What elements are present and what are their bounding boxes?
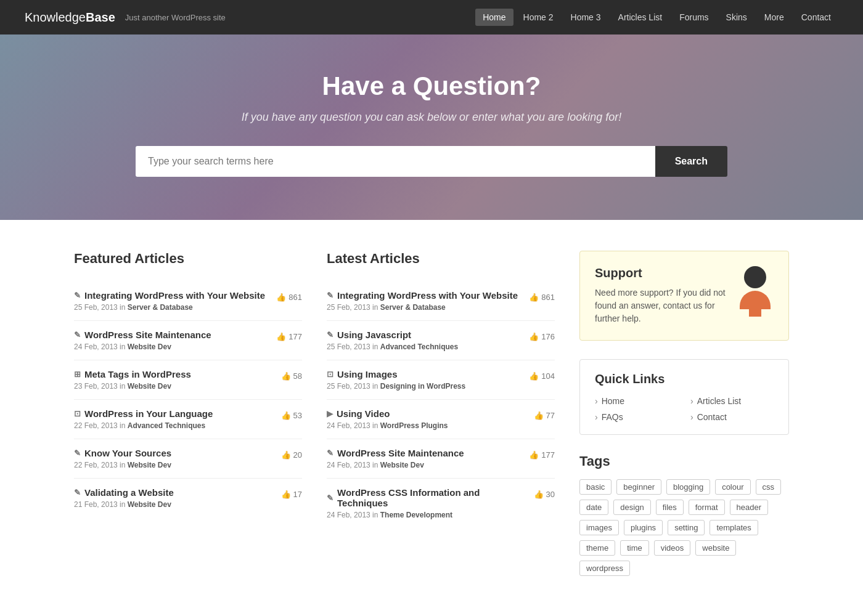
article-link[interactable]: WordPress in Your Language [84,408,213,419]
tag-item[interactable]: colour [715,479,750,495]
tag-item[interactable]: images [579,520,619,535]
quick-link-item[interactable]: › Articles List [690,396,774,406]
tag-item[interactable]: templates [710,520,758,535]
article-icon: ⊞ [74,370,81,379]
likes-count: 20 [293,450,302,460]
tag-item[interactable]: setting [668,520,705,535]
article-info: ⊡ WordPress in Your Language 22 Feb, 201… [74,408,271,430]
nav-links: HomeHome 2Home 3Articles ListForumsSkins… [475,9,838,26]
latest-title: Latest Articles [327,251,555,267]
article-link[interactable]: Using Javascript [337,330,411,340]
tag-item[interactable]: website [695,540,736,556]
tags-section: Tags basicbeginnerbloggingcolourcssdated… [579,453,789,576]
article-likes: 👍 77 [534,411,555,420]
tag-item[interactable]: blogging [666,479,710,495]
tag-item[interactable]: basic [579,479,611,495]
thumb-icon: 👍 [534,411,544,420]
article-info: ✎ WordPress Site Maintenance 24 Feb, 201… [74,330,266,351]
site-tagline: Just another WordPress site [125,13,475,22]
table-row: ✎ Know Your Sources 22 Feb, 2013 in Webs… [74,439,302,479]
article-title: ✎ Using Javascript [327,330,519,340]
chevron-icon: › [690,396,693,406]
article-link[interactable]: Validating a Website [84,487,174,498]
article-link[interactable]: Integrating WordPress with Your Website [337,290,518,301]
nav-link-articles-list[interactable]: Articles List [611,9,670,26]
table-row: ✎ WordPress Site Maintenance 24 Feb, 201… [327,439,555,479]
article-info: ✎ WordPress CSS Information and Techniqu… [327,487,524,519]
tag-item[interactable]: format [689,500,725,515]
tag-item[interactable]: plugins [624,520,663,535]
tag-item[interactable]: date [579,500,608,515]
article-title: ⊞ Meta Tags in WordPress [74,369,271,379]
article-likes: 👍 861 [529,293,555,302]
nav-link-home-3[interactable]: Home 3 [563,9,608,26]
search-input[interactable] [136,146,655,177]
tag-item[interactable]: beginner [616,479,661,495]
chevron-icon: › [595,412,598,422]
nav-link-home[interactable]: Home [475,9,513,26]
article-meta: 25 Feb, 2013 in Designing in WordPress [327,382,519,391]
thumb-icon: 👍 [529,371,539,381]
article-likes: 👍 104 [529,371,555,381]
thumb-icon: 👍 [529,332,539,341]
tag-item[interactable]: css [756,479,782,495]
table-row: ⊞ Meta Tags in WordPress 23 Feb, 2013 in… [74,360,302,400]
nav-link-home-2[interactable]: Home 2 [516,9,561,26]
article-link[interactable]: WordPress Site Maintenance [84,330,211,340]
likes-count: 77 [546,411,555,420]
article-link[interactable]: WordPress CSS Information and Techniques [337,487,524,508]
quick-link-item[interactable]: › Contact [690,412,774,422]
article-link[interactable]: Using Images [337,369,398,379]
article-likes: 👍 20 [281,450,302,460]
article-info: ⊞ Meta Tags in WordPress 23 Feb, 2013 in… [74,369,271,391]
support-box: Support Need more support? If you did no… [579,251,789,341]
article-title: ✎ Integrating WordPress with Your Websit… [74,290,266,301]
table-row: ✎ Using Javascript 25 Feb, 2013 in Advan… [327,321,555,360]
chevron-icon: › [595,396,598,406]
nav-link-contact[interactable]: Contact [794,9,838,26]
likes-count: 861 [288,293,302,302]
article-meta: 21 Feb, 2013 in Website Dev [74,500,271,509]
likes-count: 58 [293,371,302,381]
table-row: ⊡ Using Images 25 Feb, 2013 in Designing… [327,360,555,400]
article-info: ▶ Using Video 24 Feb, 2013 in WordPress … [327,408,524,430]
tag-item[interactable]: design [613,500,650,515]
navbar: KnowledgeBase Just another WordPress sit… [0,0,863,34]
article-likes: 👍 176 [529,332,555,341]
article-title: ✎ Know Your Sources [74,448,271,458]
article-link[interactable]: Meta Tags in WordPress [84,369,191,379]
article-icon: ✎ [327,330,333,339]
tag-item[interactable]: videos [654,540,691,556]
article-icon: ⊡ [327,370,333,379]
tag-item[interactable]: wordpress [579,561,630,576]
article-icon: ✎ [327,493,333,503]
tag-item[interactable]: header [730,500,768,515]
article-icon: ⊡ [74,409,81,418]
quick-link-item[interactable]: › FAQs [595,412,678,422]
likes-count: 104 [541,371,555,381]
article-title: ✎ WordPress Site Maintenance [327,448,519,458]
article-link[interactable]: Integrating WordPress with Your Website [84,290,265,301]
article-likes: 👍 17 [281,490,302,499]
article-link[interactable]: WordPress Site Maintenance [337,448,464,458]
thumb-icon: 👍 [276,332,286,341]
search-button[interactable]: Search [655,146,727,177]
nav-link-skins[interactable]: Skins [719,9,755,26]
nav-link-more[interactable]: More [757,9,791,26]
article-likes: 👍 53 [281,411,302,420]
article-title: ▶ Using Video [327,408,524,419]
tag-item[interactable]: files [656,500,684,515]
tag-item[interactable]: theme [579,540,615,556]
thumb-icon: 👍 [534,490,544,499]
article-link[interactable]: Know Your Sources [84,448,171,458]
tag-item[interactable]: time [620,540,649,556]
thumb-icon: 👍 [281,450,291,460]
quick-link-item[interactable]: › Home [595,396,678,406]
article-info: ✎ Validating a Website 21 Feb, 2013 in W… [74,487,271,509]
article-likes: 👍 58 [281,371,302,381]
nav-link-forums[interactable]: Forums [672,9,716,26]
article-link[interactable]: Using Video [337,408,390,419]
article-icon: ▶ [327,409,333,418]
article-icon: ✎ [74,488,81,497]
article-info: ✎ Know Your Sources 22 Feb, 2013 in Webs… [74,448,271,469]
